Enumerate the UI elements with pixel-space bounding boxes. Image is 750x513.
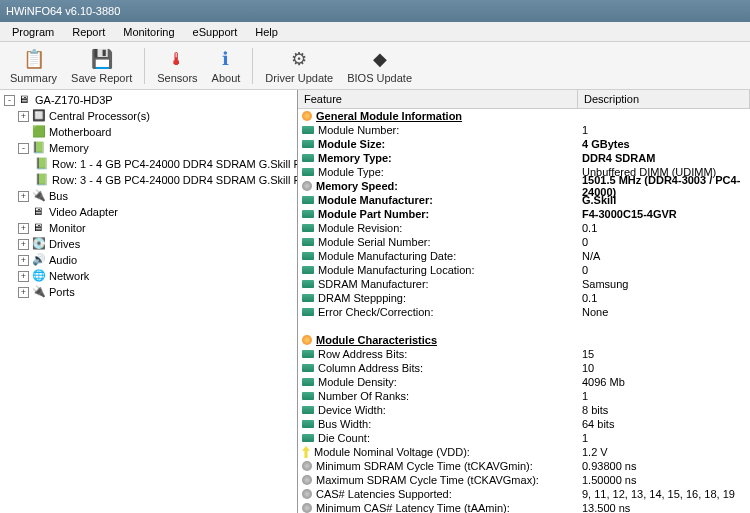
tree-item[interactable]: +🔌Bus bbox=[2, 188, 295, 204]
row-bullet-icon bbox=[302, 335, 312, 345]
row-bullet-icon bbox=[302, 420, 314, 428]
detail-row[interactable]: Memory Type:DDR4 SDRAM bbox=[298, 151, 750, 165]
detail-row[interactable]: Module Nominal Voltage (VDD):1.2 V bbox=[298, 445, 750, 459]
row-bullet-icon bbox=[302, 446, 310, 458]
detail-row[interactable]: Module Manufacturer:G.Skill bbox=[298, 193, 750, 207]
row-bullet-icon bbox=[302, 154, 314, 162]
tree-item[interactable]: +🔌Ports bbox=[2, 284, 295, 300]
tree-panel[interactable]: -🖥GA-Z170-HD3P+🔲Central Processor(s)🟩Mot… bbox=[0, 90, 298, 513]
tree-item[interactable]: 🖥Video Adapter bbox=[2, 204, 295, 220]
detail-row[interactable]: Maximum SDRAM Cycle Time (tCKAVGmax):1.5… bbox=[298, 473, 750, 487]
menu-item-monitoring[interactable]: Monitoring bbox=[115, 24, 182, 40]
tree-item[interactable]: +🔲Central Processor(s) bbox=[2, 108, 295, 124]
row-bullet-icon bbox=[302, 392, 314, 400]
description-value: G.Skill bbox=[578, 194, 750, 206]
detail-row[interactable]: Module Part Number:F4-3000C15-4GVR bbox=[298, 207, 750, 221]
tree-node-icon: 🖥 bbox=[18, 93, 32, 107]
tree-item[interactable]: -📗Memory bbox=[2, 140, 295, 156]
detail-row[interactable]: Module Manufacturing Date:N/A bbox=[298, 249, 750, 263]
expand-icon[interactable]: + bbox=[18, 191, 29, 202]
toolbar-summary[interactable]: 📋Summary bbox=[4, 45, 63, 86]
detail-row[interactable]: Die Count:1 bbox=[298, 431, 750, 445]
detail-row[interactable]: Module Number:1 bbox=[298, 123, 750, 137]
toolbar-save-report[interactable]: 💾Save Report bbox=[65, 45, 138, 86]
feature-label: Module Density: bbox=[318, 376, 397, 388]
toolbar-separator bbox=[252, 48, 253, 84]
detail-row[interactable]: Module Characteristics bbox=[298, 333, 750, 347]
feature-label: Die Count: bbox=[318, 432, 370, 444]
column-feature[interactable]: Feature bbox=[298, 90, 578, 108]
feature-label: Memory Speed: bbox=[316, 180, 398, 192]
detail-row[interactable]: Module Manufacturing Location:0 bbox=[298, 263, 750, 277]
detail-row[interactable]: CAS# Latencies Supported:9, 11, 12, 13, … bbox=[298, 487, 750, 501]
toolbar-about[interactable]: ℹAbout bbox=[206, 45, 247, 86]
row-bullet-icon bbox=[302, 126, 314, 134]
tree-label: Central Processor(s) bbox=[49, 110, 150, 122]
tree-label: Audio bbox=[49, 254, 77, 266]
menu-item-esupport[interactable]: eSupport bbox=[185, 24, 246, 40]
tree-item[interactable]: 🟩Motherboard bbox=[2, 124, 295, 140]
row-bullet-icon bbox=[302, 489, 312, 499]
expand-icon[interactable]: + bbox=[18, 287, 29, 298]
detail-row[interactable]: Bus Width:64 bits bbox=[298, 417, 750, 431]
detail-row[interactable]: Module Size:4 GBytes bbox=[298, 137, 750, 151]
feature-label: Error Check/Correction: bbox=[318, 306, 434, 318]
toolbar-bios-update[interactable]: ◆BIOS Update bbox=[341, 45, 418, 86]
detail-row[interactable]: Module Revision:0.1 bbox=[298, 221, 750, 235]
expand-icon[interactable]: + bbox=[18, 271, 29, 282]
detail-row[interactable]: Number Of Ranks:1 bbox=[298, 389, 750, 403]
tree-item[interactable]: +🖥Monitor bbox=[2, 220, 295, 236]
expand-icon[interactable]: + bbox=[18, 255, 29, 266]
detail-row[interactable]: Minimum SDRAM Cycle Time (tCKAVGmin):0.9… bbox=[298, 459, 750, 473]
tree-item[interactable]: 📗Row: 1 - 4 GB PC4-24000 DDR4 SDRAM G.Sk… bbox=[2, 156, 295, 172]
row-bullet-icon bbox=[302, 378, 314, 386]
toolbar: 📋Summary💾Save Report🌡SensorsℹAbout⚙Drive… bbox=[0, 42, 750, 90]
tree-node-icon: 🌐 bbox=[32, 269, 46, 283]
tree-item[interactable]: +🔊Audio bbox=[2, 252, 295, 268]
detail-row[interactable]: Memory Speed:1501.5 MHz (DDR4-3003 / PC4… bbox=[298, 179, 750, 193]
tree-node-icon: 🔊 bbox=[32, 253, 46, 267]
tree-label: Ports bbox=[49, 286, 75, 298]
row-bullet-icon bbox=[302, 475, 312, 485]
expand-icon[interactable]: + bbox=[18, 239, 29, 250]
detail-row[interactable] bbox=[298, 319, 750, 333]
detail-row[interactable]: SDRAM Manufacturer:Samsung bbox=[298, 277, 750, 291]
expand-icon[interactable]: + bbox=[18, 223, 29, 234]
feature-label: Row Address Bits: bbox=[318, 348, 407, 360]
tree-node-icon: 🔌 bbox=[32, 189, 46, 203]
detail-row[interactable]: Minimum CAS# Latency Time (tAAmin):13.50… bbox=[298, 501, 750, 513]
detail-row[interactable]: Module Serial Number:0 bbox=[298, 235, 750, 249]
detail-row[interactable]: DRAM Steppping:0.1 bbox=[298, 291, 750, 305]
detail-row[interactable]: Column Address Bits:10 bbox=[298, 361, 750, 375]
toolbar-driver-update[interactable]: ⚙Driver Update bbox=[259, 45, 339, 86]
tree-item[interactable]: 📗Row: 3 - 4 GB PC4-24000 DDR4 SDRAM G.Sk… bbox=[2, 172, 295, 188]
tree-item[interactable]: +💽Drives bbox=[2, 236, 295, 252]
toolbar-sensors[interactable]: 🌡Sensors bbox=[151, 45, 203, 86]
description-value: 0 bbox=[578, 264, 750, 276]
menu-item-help[interactable]: Help bbox=[247, 24, 286, 40]
toolbar-label: Driver Update bbox=[265, 72, 333, 84]
menu-item-report[interactable]: Report bbox=[64, 24, 113, 40]
details-header: Feature Description bbox=[298, 90, 750, 109]
tree-node-icon: 🟩 bbox=[32, 125, 46, 139]
detail-row[interactable]: Module Density:4096 Mb bbox=[298, 375, 750, 389]
description-value: F4-3000C15-4GVR bbox=[578, 208, 750, 220]
detail-row[interactable]: Row Address Bits:15 bbox=[298, 347, 750, 361]
tree-label: Row: 1 - 4 GB PC4-24000 DDR4 SDRAM G.Ski… bbox=[52, 158, 298, 170]
column-description[interactable]: Description bbox=[578, 90, 750, 108]
collapse-icon[interactable]: - bbox=[18, 143, 29, 154]
expand-icon[interactable]: + bbox=[18, 111, 29, 122]
detail-row[interactable]: General Module Information bbox=[298, 109, 750, 123]
menu-item-program[interactable]: Program bbox=[4, 24, 62, 40]
detail-row[interactable]: Device Width:8 bits bbox=[298, 403, 750, 417]
tree-item[interactable]: -🖥GA-Z170-HD3P bbox=[2, 92, 295, 108]
feature-label: Module Serial Number: bbox=[318, 236, 431, 248]
detail-row[interactable]: Error Check/Correction:None bbox=[298, 305, 750, 319]
description-value: Samsung bbox=[578, 278, 750, 290]
feature-label: Maximum SDRAM Cycle Time (tCKAVGmax): bbox=[316, 474, 539, 486]
tree-item[interactable]: +🌐Network bbox=[2, 268, 295, 284]
description-value: 1.2 V bbox=[578, 446, 750, 458]
tree-label: Video Adapter bbox=[49, 206, 118, 218]
description-value: 13.500 ns bbox=[578, 502, 750, 513]
collapse-icon[interactable]: - bbox=[4, 95, 15, 106]
